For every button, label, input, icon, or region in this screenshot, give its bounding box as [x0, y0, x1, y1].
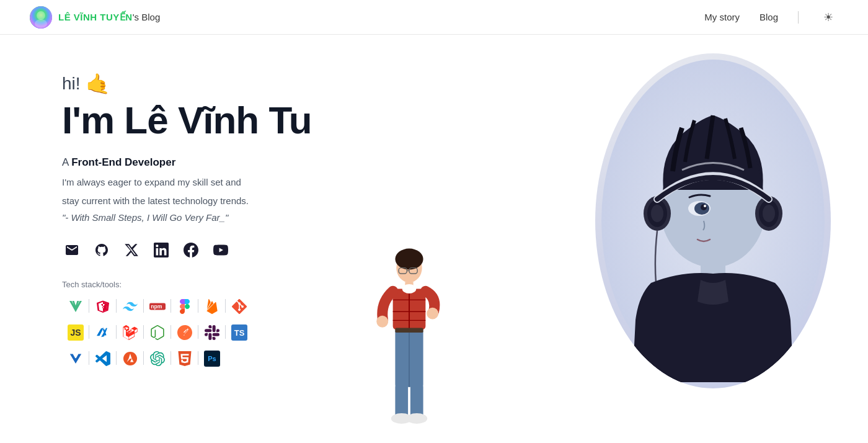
svg-text:npm: npm: [151, 303, 162, 310]
svg-point-2: [35, 19, 47, 28]
main-content: hi! 🤙 I'm Lê Vĩnh Tu A Front-End Develop…: [0, 35, 868, 443]
hero-name: I'm Lê Vĩnh Tu: [62, 99, 422, 141]
header: LÊ VĨNH TUYẾN's Blog My story Blog ☀: [0, 0, 868, 35]
main-nav: My story Blog ☀: [704, 7, 838, 27]
blog-link[interactable]: Blog: [760, 12, 778, 22]
description-line1: I'm always eager to expand my skill set …: [62, 175, 422, 190]
facebook-link[interactable]: [181, 240, 201, 260]
tech-auth0: [117, 347, 144, 370]
tech-node: [144, 321, 171, 344]
tech-angular: [89, 295, 117, 318]
tech-figma: [171, 295, 198, 318]
tech-vuetify: [62, 347, 89, 370]
avatar: [30, 6, 52, 29]
brand-name: LÊ VĨNH TUYẾN's Blog: [58, 12, 160, 23]
svg-point-18: [427, 308, 438, 320]
svg-point-39: [651, 205, 663, 222]
linkedin-link[interactable]: [151, 240, 171, 260]
svg-rect-22: [395, 385, 408, 417]
tech-firebase: [198, 295, 226, 318]
theme-toggle-button[interactable]: ☀: [818, 7, 838, 27]
anime-portrait: [595, 53, 843, 426]
tech-azure: [89, 321, 117, 344]
greeting-line: hi! 🤙: [62, 72, 422, 96]
svg-point-17: [402, 284, 417, 293]
tech-npm: npm: [144, 295, 171, 318]
brand-area: LÊ VĨNH TUYẾN's Blog: [30, 6, 160, 29]
x-twitter-link[interactable]: [122, 240, 141, 260]
github-link[interactable]: [92, 240, 112, 260]
greeting-text: hi!: [62, 74, 81, 94]
portrait-circle: [595, 53, 831, 388]
email-link[interactable]: [62, 240, 82, 260]
tech-ts: TS: [226, 321, 253, 344]
my-story-link[interactable]: My story: [704, 12, 740, 22]
svg-point-7: [395, 249, 423, 270]
tech-js: JS: [62, 321, 89, 344]
svg-point-1: [37, 11, 45, 20]
svg-rect-26: [395, 328, 423, 333]
svg-point-42: [763, 205, 775, 222]
tech-laravel: [117, 321, 144, 344]
svg-rect-23: [410, 385, 423, 417]
svg-point-35: [704, 205, 706, 207]
tech-vue: [62, 295, 89, 318]
description-line2: stay current with the latest technology …: [62, 194, 422, 208]
tech-tailwind: [117, 295, 144, 318]
svg-point-34: [701, 204, 707, 210]
tech-postman: [171, 321, 198, 344]
tech-git: [226, 295, 253, 318]
tech-vscode: [89, 347, 117, 370]
character-illustration: [347, 244, 471, 443]
youtube-link[interactable]: [211, 240, 231, 260]
tech-photoshop: Ps: [198, 347, 226, 370]
role-line: A Front-End Developer: [62, 156, 422, 169]
tech-chatgpt: [144, 347, 171, 370]
tech-slack: [198, 321, 226, 344]
quote-text: "- With Small Steps, I Will Go Very Far_…: [62, 212, 422, 223]
greeting-emoji: 🤙: [86, 72, 110, 96]
svg-point-25: [406, 413, 427, 424]
svg-point-19: [376, 316, 388, 328]
nav-divider: [798, 11, 799, 24]
tech-html5: [171, 347, 198, 370]
